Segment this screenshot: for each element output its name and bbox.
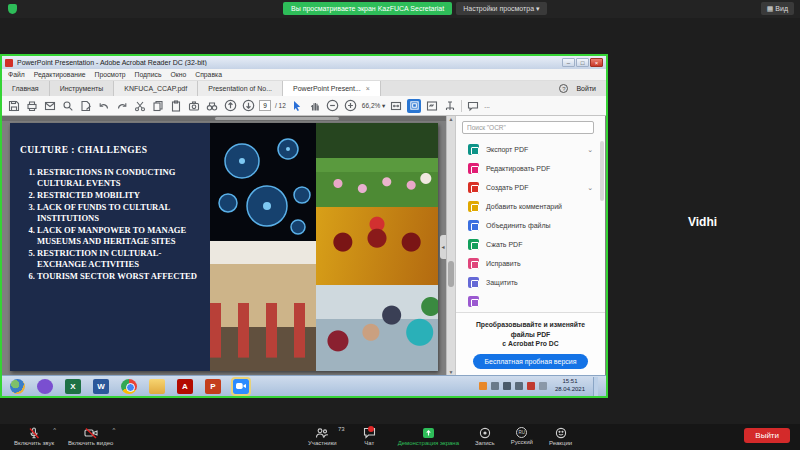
- pointer-tool-icon[interactable]: [290, 98, 304, 113]
- tab-document-3-active[interactable]: PowerPoint Present...×: [283, 81, 381, 96]
- zoom-in-icon[interactable]: [344, 98, 358, 113]
- share-screen-button[interactable]: Демонстрация экрана: [398, 424, 459, 446]
- menu-file[interactable]: Файл: [8, 71, 25, 78]
- export-sign-icon[interactable]: [79, 98, 93, 113]
- powerpoint-icon[interactable]: P: [205, 379, 221, 394]
- window-title: PowerPoint Presentation - Adobe Acrobat …: [17, 59, 562, 66]
- previous-page-icon[interactable]: [223, 98, 237, 113]
- interpretation-button[interactable]: RU Русский: [511, 424, 533, 446]
- tool-export-pdf[interactable]: Экспорт PDF ⌄: [456, 140, 605, 159]
- vertical-scrollbar[interactable]: ▲ ▼: [446, 116, 455, 375]
- acrobat-taskbar-icon[interactable]: A: [177, 379, 193, 394]
- horizontal-scrollbar[interactable]: [2, 116, 446, 121]
- tab-home[interactable]: Главная: [2, 81, 50, 96]
- close-button[interactable]: ×: [590, 58, 603, 67]
- tray-sync-icon[interactable]: [491, 382, 499, 390]
- tray-antivirus-icon[interactable]: [527, 382, 535, 390]
- scroll-up-icon[interactable]: ▲: [447, 116, 455, 122]
- mic-options-caret[interactable]: ^: [53, 427, 56, 433]
- menu-sign[interactable]: Подпись: [135, 71, 162, 78]
- binoculars-icon[interactable]: [205, 98, 219, 113]
- tools-list: Экспорт PDF ⌄ Редактировать PDF Создать …: [456, 137, 605, 312]
- minimize-button[interactable]: –: [562, 58, 575, 67]
- tool-add-comment[interactable]: Добавить комментарий: [456, 197, 605, 216]
- add-comment-icon: [468, 201, 479, 212]
- slide-item-1: RESTRICTIONS IN CONDUCTING CULTURAL EVEN…: [37, 167, 206, 189]
- tools-search-input[interactable]: [462, 121, 594, 134]
- pdf-slide: CULTURE : CHALLENGES RESTRICTIONS IN CON…: [10, 123, 438, 371]
- close-tab-icon[interactable]: ×: [366, 85, 370, 92]
- undo-icon[interactable]: [97, 98, 111, 113]
- tray-app-icon[interactable]: [479, 382, 487, 390]
- fit-width-icon[interactable]: [389, 98, 403, 113]
- maximize-button[interactable]: □: [576, 58, 589, 67]
- unmute-button[interactable]: ^ Включить звук: [14, 424, 54, 446]
- chat-button[interactable]: Чат: [363, 424, 382, 446]
- paste-icon[interactable]: [169, 98, 183, 113]
- grid-view-icon: ▦: [767, 5, 774, 12]
- copy-icon[interactable]: [151, 98, 165, 113]
- tray-volume-icon[interactable]: [503, 382, 511, 390]
- print-icon[interactable]: [25, 98, 39, 113]
- sign-in-button[interactable]: Войти: [576, 85, 596, 92]
- sidebar-scrollbar[interactable]: [600, 141, 604, 201]
- more-tools-icon[interactable]: ...: [484, 102, 489, 109]
- chevron-down-icon: ⌄: [587, 184, 593, 192]
- scroll-down-icon[interactable]: ▼: [447, 369, 455, 375]
- chrome-icon[interactable]: [121, 379, 137, 394]
- tool-protect[interactable]: Защитить: [456, 273, 605, 292]
- help-icon[interactable]: ?: [559, 84, 568, 93]
- free-trial-button[interactable]: Бесплатная пробная версия: [473, 354, 587, 369]
- cortana-icon[interactable]: [37, 379, 53, 394]
- system-tray: 15:51 28.04.2021: [479, 377, 598, 396]
- zoom-level-value[interactable]: 66,2% ▾: [362, 102, 386, 110]
- tool-create-pdf[interactable]: Создать PDF ⌄: [456, 178, 605, 197]
- comment-icon[interactable]: [466, 98, 480, 113]
- show-desktop-button[interactable]: [593, 377, 598, 396]
- record-button[interactable]: Запись: [475, 424, 495, 446]
- tool-fix[interactable]: Исправить: [456, 254, 605, 273]
- save-icon[interactable]: [7, 98, 21, 113]
- menu-edit[interactable]: Редактирование: [34, 71, 86, 78]
- tool-combine-files[interactable]: Объединить файлы: [456, 216, 605, 235]
- menu-window[interactable]: Окно: [170, 71, 186, 78]
- zoom-out-icon[interactable]: [326, 98, 340, 113]
- tab-tools[interactable]: Инструменты: [50, 81, 115, 96]
- participants-button[interactable]: 73 Участники: [308, 424, 347, 446]
- tool-partial[interactable]: [456, 292, 605, 311]
- scrollbar-thumb[interactable]: [448, 261, 454, 287]
- excel-icon[interactable]: X: [65, 379, 81, 394]
- email-icon[interactable]: [43, 98, 57, 113]
- file-explorer-icon[interactable]: [149, 379, 165, 394]
- next-page-icon[interactable]: [241, 98, 255, 113]
- slide-item-6: TOURISM SECTOR WORST AFFECTED: [37, 271, 206, 282]
- hand-tool-icon[interactable]: [308, 98, 322, 113]
- cut-icon[interactable]: [133, 98, 147, 113]
- slide-item-2: RESTRICTED MOBILITY: [37, 190, 206, 201]
- video-options-caret[interactable]: ^: [112, 427, 115, 433]
- tool-compress-pdf[interactable]: Сжать PDF: [456, 235, 605, 254]
- tab-document-2[interactable]: Presentation of No...: [198, 81, 283, 96]
- leave-button[interactable]: Выйти: [744, 428, 790, 443]
- display-tools-icon[interactable]: [443, 98, 457, 113]
- fit-page-icon[interactable]: [407, 99, 421, 113]
- taskbar-clock[interactable]: 15:51 28.04.2021: [555, 378, 585, 394]
- start-button-icon[interactable]: [10, 379, 25, 394]
- view-button[interactable]: ▦ Вид: [761, 2, 794, 15]
- tray-network-icon[interactable]: [515, 382, 523, 390]
- search-icon[interactable]: [61, 98, 75, 113]
- tool-edit-pdf[interactable]: Редактировать PDF: [456, 159, 605, 178]
- word-icon[interactable]: W: [93, 379, 109, 394]
- redo-icon[interactable]: [115, 98, 129, 113]
- page-number-input[interactable]: 9: [259, 100, 271, 111]
- tab-document-1[interactable]: KNFUCA_CCAP.pdf: [114, 81, 198, 96]
- view-settings-button[interactable]: Настройки просмотра ▾: [456, 2, 546, 15]
- snapshot-icon[interactable]: [187, 98, 201, 113]
- start-video-button[interactable]: ^ Включить видео: [68, 424, 113, 446]
- reactions-button[interactable]: Реакции: [549, 424, 572, 446]
- zoom-app-icon[interactable]: [233, 379, 249, 394]
- fullscreen-icon[interactable]: [425, 98, 439, 113]
- menu-view[interactable]: Просмотр: [95, 71, 126, 78]
- menu-help[interactable]: Справка: [195, 71, 222, 78]
- tray-flag-icon[interactable]: [539, 382, 547, 390]
